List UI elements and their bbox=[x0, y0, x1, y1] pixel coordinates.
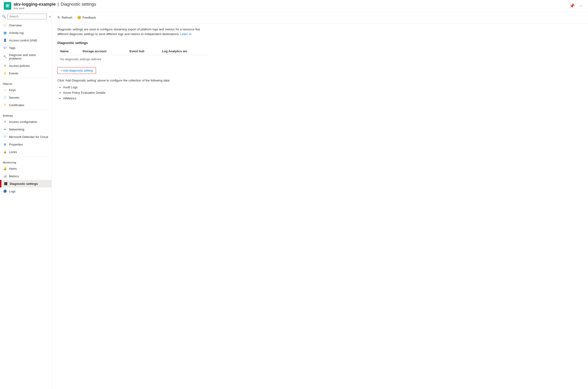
sidebar-item-logs[interactable]: 🔵 Logs bbox=[0, 188, 52, 195]
settings-divider bbox=[3, 110, 49, 110]
search-icon: 🔍 bbox=[2, 15, 6, 18]
table-row: No diagnostic settings defined bbox=[58, 55, 208, 64]
list-item: Azure Policy Evaluation Details bbox=[63, 90, 582, 95]
sidebar-item-access-config[interactable]: ≡ Access configuration bbox=[0, 118, 52, 126]
sidebar-label-certificates: Certificates bbox=[9, 103, 24, 107]
empty-message: No diagnostic settings defined bbox=[58, 55, 208, 64]
sidebar-label-access-policies: Access policies bbox=[9, 64, 30, 67]
sidebar-item-certificates[interactable]: 🖥 Certificates bbox=[0, 101, 52, 109]
feedback-label: Feedback bbox=[83, 16, 96, 19]
refresh-icon: ↻ bbox=[58, 16, 60, 19]
add-diagnostic-setting-button[interactable]: + Add diagnostic setting bbox=[58, 67, 96, 74]
sidebar-item-secrets[interactable]: 📄 Secrets bbox=[0, 94, 52, 101]
sidebar-item-diagnose[interactable]: 🔧 Diagnose and solve problems bbox=[0, 52, 52, 62]
secrets-icon: 📄 bbox=[3, 95, 7, 99]
list-item: Audit Logs bbox=[63, 85, 582, 90]
resource-type: Key vault bbox=[14, 7, 568, 10]
top-header: akv-logging-example | Diagnostic setting… bbox=[0, 0, 588, 12]
sidebar-label-diagnostic-settings: Diagnostic settings bbox=[10, 182, 38, 186]
sidebar-label-defender: Microsoft Defender for Cloud bbox=[9, 135, 48, 139]
col-loganalytics: Log Analytics wo bbox=[159, 48, 208, 55]
add-button-label: + Add diagnostic setting bbox=[60, 69, 93, 72]
sidebar-label-iam: Access control (IAM) bbox=[9, 39, 37, 42]
sidebar-item-iam[interactable]: 👤 Access control (IAM) bbox=[0, 36, 52, 44]
col-name: Name bbox=[58, 48, 80, 55]
sidebar-item-locks[interactable]: 🔒 Locks bbox=[0, 148, 52, 156]
overview-icon: ⬡ bbox=[3, 23, 7, 27]
sidebar-label-overview: Overview bbox=[9, 24, 22, 27]
main-layout: 🔍 « ⬡ Overview ▦ Activity log 👤 Access c… bbox=[0, 12, 588, 389]
content-toolbar: ↻ Refresh 😊 Feedback bbox=[52, 12, 588, 23]
access-policies-icon: ≡ bbox=[3, 64, 7, 68]
section-title: Diagnostic settings bbox=[58, 41, 582, 45]
feedback-button[interactable]: 😊 Feedback bbox=[75, 14, 98, 21]
sidebar-label-diagnose: Diagnose and solve problems bbox=[9, 53, 49, 60]
events-icon: ⚡ bbox=[3, 71, 7, 75]
sidebar-item-networking[interactable]: ⇌ Networking bbox=[0, 126, 52, 133]
sidebar-item-access-policies[interactable]: ≡ Access policies bbox=[0, 62, 52, 69]
sidebar-label-tags: Tags bbox=[9, 46, 15, 50]
svg-rect-2 bbox=[6, 6, 8, 7]
section-objects: Objects bbox=[0, 79, 52, 86]
sidebar-label-activity-log: Activity log bbox=[9, 31, 24, 35]
sidebar-item-properties[interactable]: ||| Properties bbox=[0, 141, 52, 148]
diagnostic-settings-table: Name Storage account Event hub Log Analy… bbox=[58, 48, 208, 63]
properties-icon: ||| bbox=[3, 142, 7, 146]
diagnose-icon: 🔧 bbox=[3, 55, 7, 59]
resource-name: akv-logging-example bbox=[14, 2, 56, 7]
page-heading: akv-logging-example | Diagnostic setting… bbox=[14, 2, 568, 7]
col-storage: Storage account bbox=[80, 48, 127, 55]
section-settings: Settings bbox=[0, 111, 52, 118]
sidebar-label-logs: Logs bbox=[9, 190, 16, 193]
data-items-list: Audit Logs Azure Policy Evaluation Detai… bbox=[58, 85, 582, 101]
svg-rect-3 bbox=[6, 4, 9, 5]
sidebar-item-activity-log[interactable]: ▦ Activity log bbox=[0, 29, 52, 36]
feedback-icon: 😊 bbox=[77, 16, 81, 19]
refresh-button[interactable]: ↻ Refresh bbox=[56, 14, 74, 21]
sidebar-label-locks: Locks bbox=[9, 150, 17, 154]
header-title-block: akv-logging-example | Diagnostic setting… bbox=[14, 2, 568, 10]
sidebar-label-access-config: Access configuration bbox=[9, 120, 37, 124]
more-button[interactable]: ··· bbox=[578, 2, 584, 9]
iam-icon: 👤 bbox=[3, 38, 7, 42]
access-config-icon: ≡ bbox=[3, 120, 7, 124]
search-input[interactable] bbox=[7, 14, 47, 19]
sidebar: 🔍 « ⬡ Overview ▦ Activity log 👤 Access c… bbox=[0, 12, 52, 389]
objects-divider bbox=[3, 78, 49, 78]
content-area: ↻ Refresh 😊 Feedback Diagnostic settings… bbox=[52, 12, 588, 389]
logs-icon: 🔵 bbox=[3, 189, 7, 193]
header-actions: 📌 ··· bbox=[568, 2, 584, 9]
tags-icon: 🏷 bbox=[3, 46, 7, 50]
sidebar-item-keys[interactable]: 🗝 Keys bbox=[0, 86, 52, 94]
sidebar-label-networking: Networking bbox=[9, 128, 24, 131]
col-eventhub: Event hub bbox=[127, 48, 159, 55]
pin-button[interactable]: 📌 bbox=[568, 2, 576, 9]
sidebar-search-container: 🔍 « bbox=[0, 12, 52, 21]
section-monitoring: Monitoring bbox=[0, 158, 52, 165]
table-header: Name Storage account Event hub Log Analy… bbox=[58, 48, 208, 55]
refresh-label: Refresh bbox=[62, 16, 72, 19]
sidebar-label-metrics: Metrics bbox=[9, 174, 19, 178]
collapse-button[interactable]: « bbox=[48, 14, 52, 19]
list-item: AllMetrics bbox=[63, 96, 582, 101]
diagnostic-settings-icon: ⬛ bbox=[3, 182, 8, 186]
sidebar-item-overview[interactable]: ⬡ Overview bbox=[0, 21, 52, 29]
app-icon bbox=[4, 2, 11, 10]
sidebar-item-alerts[interactable]: 🔔 Alerts bbox=[0, 165, 52, 172]
sidebar-label-alerts: Alerts bbox=[9, 167, 17, 170]
monitoring-divider bbox=[3, 157, 49, 157]
sidebar-label-keys: Keys bbox=[9, 88, 16, 92]
sidebar-item-tags[interactable]: 🏷 Tags bbox=[0, 44, 52, 52]
certificates-icon: 🖥 bbox=[3, 103, 7, 107]
sidebar-item-diagnostic-settings[interactable]: ⬛ Diagnostic settings bbox=[0, 180, 52, 188]
description-text: Diagnostic settings are used to configur… bbox=[58, 27, 208, 36]
sidebar-item-events[interactable]: ⚡ Events bbox=[0, 69, 52, 77]
sidebar-item-defender[interactable]: 🛡 Microsoft Defender for Cloud bbox=[0, 133, 52, 141]
activity-log-icon: ▦ bbox=[3, 31, 7, 35]
keys-icon: 🗝 bbox=[3, 88, 7, 92]
sidebar-item-metrics[interactable]: 📊 Metrics bbox=[0, 172, 52, 180]
networking-icon: ⇌ bbox=[3, 127, 7, 131]
learn-more-link[interactable]: Learn m bbox=[180, 32, 192, 36]
sidebar-label-events: Events bbox=[9, 72, 18, 75]
svg-rect-1 bbox=[6, 5, 9, 6]
